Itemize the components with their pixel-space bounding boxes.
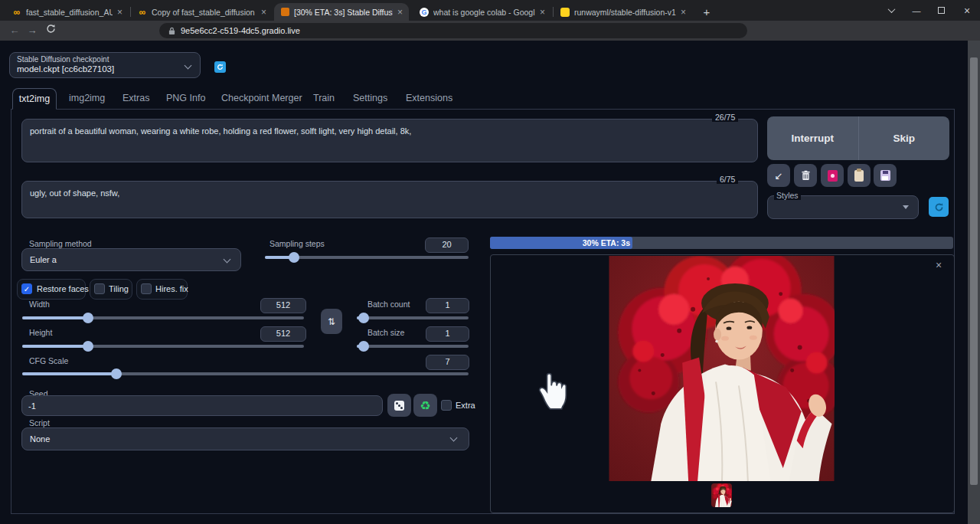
huggingface-icon: [560, 8, 570, 17]
reload-icon[interactable]: [44, 24, 57, 38]
read-generation-params-button[interactable]: ↙: [767, 164, 790, 187]
tab-checkpoint-merger[interactable]: Checkpoint Merger: [221, 88, 302, 109]
batch-size-value[interactable]: 1: [426, 326, 469, 342]
skip-button[interactable]: Skip: [858, 116, 950, 160]
sampling-method-value: Euler a: [30, 255, 57, 264]
browser-tab-stable-diffusion[interactable]: [30% ETA: 3s] Stable Diffusion ×: [274, 3, 409, 21]
slider-handle[interactable]: [83, 341, 93, 352]
gallery-thumbnail[interactable]: [711, 483, 732, 507]
address-bar[interactable]: 9e5e6cc2-c519-4dc5.gradio.live: [159, 23, 747, 38]
tab-close-icon[interactable]: ×: [261, 7, 266, 18]
tab-close-icon[interactable]: ×: [117, 7, 122, 18]
prompt-text: portrait of a beautiful woman, wearing a…: [22, 120, 757, 143]
forward-icon[interactable]: →: [25, 24, 39, 38]
cfg-scale-value[interactable]: 7: [426, 355, 469, 370]
negative-token-counter: 6/75: [717, 175, 738, 184]
seed-input[interactable]: -1: [21, 395, 383, 416]
checkpoint-dropdown[interactable]: Stable Diffusion checkpoint model.ckpt […: [9, 52, 201, 78]
cfg-scale-slider[interactable]: [22, 372, 469, 375]
back-icon[interactable]: ←: [8, 24, 21, 38]
scrollbar-thumb[interactable]: [970, 57, 978, 485]
stable-diffusion-icon: [280, 8, 289, 17]
floppy-disk-icon: [880, 170, 890, 181]
batch-size-slider[interactable]: [357, 345, 469, 348]
google-icon: G: [420, 8, 429, 17]
reuse-seed-button[interactable]: ♻: [413, 394, 437, 417]
extra-networks-button[interactable]: [821, 164, 844, 187]
height-value[interactable]: 512: [260, 326, 306, 342]
gallery-close-icon[interactable]: ×: [936, 259, 942, 271]
tab-settings[interactable]: Settings: [353, 88, 387, 109]
slider-handle[interactable]: [358, 341, 369, 352]
window-close-button[interactable]: ×: [956, 0, 978, 21]
browser-tab-colab-1[interactable]: ∞ fast_stable_diffusion_AUTOMA ×: [6, 3, 129, 21]
negative-prompt-textarea[interactable]: ugly, out of shape, nsfw,: [21, 181, 758, 218]
tab-close-icon[interactable]: ×: [540, 7, 545, 18]
slider-handle[interactable]: [289, 252, 299, 263]
refresh-checkpoint-icon[interactable]: [214, 61, 226, 73]
browser-tab-huggingface[interactable]: runwayml/stable-diffusion-v1 ×: [554, 3, 692, 21]
extra-seed-checkbox[interactable]: [441, 400, 452, 411]
tab-title: runwayml/stable-diffusion-v1: [574, 8, 676, 17]
browser-toolbar: ← → 9e5e6cc2-c519-4dc5.gradio.live ☆ 20 …: [0, 21, 980, 41]
generated-image[interactable]: [609, 256, 835, 481]
random-seed-button[interactable]: [387, 394, 411, 417]
colab-icon: ∞: [138, 8, 147, 17]
url-text: 9e5e6cc2-c519-4dc5.gradio.live: [181, 26, 300, 35]
tab-txt2img[interactable]: txt2img: [12, 88, 57, 110]
dice-icon: [394, 401, 404, 411]
recycle-icon: ♻: [420, 398, 430, 413]
swap-dimensions-button[interactable]: ⇅: [321, 309, 342, 334]
slider-handle[interactable]: [111, 368, 122, 379]
styles-label: Styles: [774, 191, 801, 200]
hires-fix-checkbox[interactable]: [141, 283, 152, 294]
sampling-steps-value[interactable]: 20: [425, 237, 469, 253]
progress-bar: 30% ETA: 3s: [490, 237, 953, 249]
save-style-button[interactable]: [874, 164, 897, 187]
browser-tab-google[interactable]: G what is google colab - Googl ×: [413, 3, 551, 21]
chevron-down-icon: [185, 62, 192, 70]
tab-close-icon[interactable]: ×: [397, 7, 403, 18]
batch-count-value[interactable]: 1: [426, 298, 469, 313]
width-value[interactable]: 512: [260, 298, 306, 313]
slider-handle[interactable]: [358, 313, 369, 323]
chevron-down-icon: [224, 256, 231, 264]
window-maximize-button[interactable]: [929, 0, 952, 21]
page-scrollbar[interactable]: [968, 41, 980, 524]
interrupt-button[interactable]: Interrupt: [767, 116, 858, 160]
browser-tab-colab-2[interactable]: ∞ Copy of fast_stable_diffusion ×: [132, 3, 273, 21]
tab-close-icon[interactable]: ×: [681, 7, 686, 18]
sampling-steps-slider[interactable]: [265, 256, 469, 259]
tab-title: fast_stable_diffusion_AUTOMA: [26, 8, 113, 17]
clear-prompt-button[interactable]: [794, 164, 817, 187]
window-minimize-button[interactable]: —: [905, 0, 928, 21]
sampling-method-dropdown[interactable]: Euler a: [21, 248, 241, 271]
prompt-textarea[interactable]: portrait of a beautiful woman, wearing a…: [21, 119, 758, 162]
tab-img2img[interactable]: img2img: [69, 88, 105, 109]
arrow-down-left-icon: ↙: [775, 170, 783, 182]
new-tab-button[interactable]: +: [698, 4, 715, 21]
tab-png-info[interactable]: PNG Info: [166, 88, 205, 109]
apply-style-button[interactable]: [848, 164, 871, 187]
slider-handle[interactable]: [83, 313, 93, 323]
lock-icon: [168, 27, 175, 35]
trash-icon: [801, 170, 811, 181]
cfg-scale-label: CFG Scale: [29, 356, 68, 365]
width-slider[interactable]: [22, 316, 304, 319]
tab-title: [30% ETA: 3s] Stable Diffusion: [294, 8, 393, 17]
tab-extensions[interactable]: Extensions: [406, 88, 452, 109]
batch-count-slider[interactable]: [357, 316, 469, 319]
checkpoint-value: model.ckpt [cc6cb27103]: [17, 64, 114, 74]
window-menu-icon[interactable]: [880, 0, 902, 21]
hires-fix-label: Hires. fix: [155, 284, 188, 293]
refresh-styles-icon[interactable]: [929, 197, 949, 217]
height-slider[interactable]: [22, 345, 304, 348]
colab-icon: ∞: [12, 8, 21, 17]
batch-size-label: Batch size: [368, 328, 404, 337]
tab-extras[interactable]: Extras: [122, 88, 149, 109]
tab-train[interactable]: Train: [313, 88, 335, 109]
restore-faces-checkbox[interactable]: ✓: [21, 283, 32, 294]
height-label: Height: [29, 328, 52, 337]
script-dropdown[interactable]: None: [21, 427, 469, 450]
tiling-checkbox[interactable]: [94, 283, 105, 294]
